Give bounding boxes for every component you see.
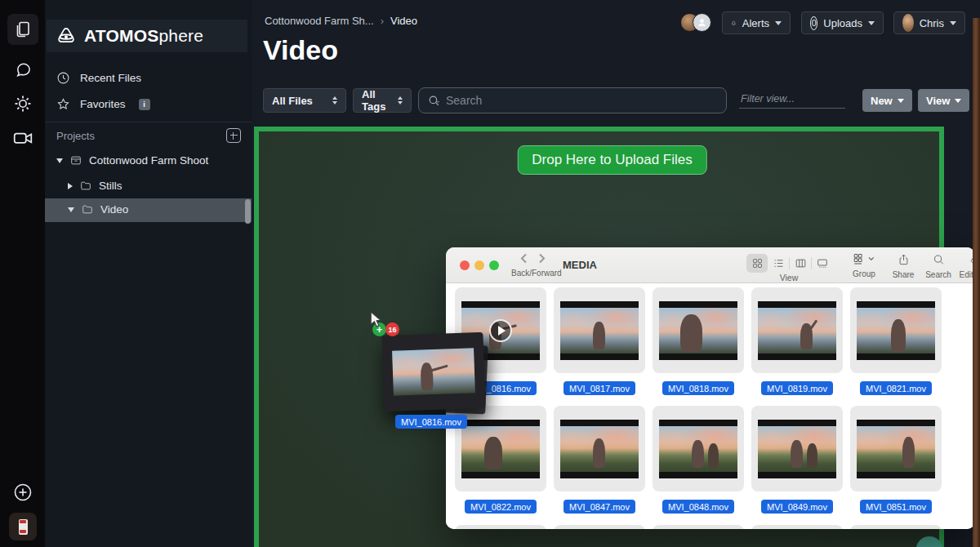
person-icon bbox=[697, 17, 707, 28]
file-name-pill[interactable]: MVI_0851.mov bbox=[860, 500, 932, 514]
file-item[interactable]: MVI_0847.mov bbox=[554, 406, 645, 514]
gallery-view-icon[interactable] bbox=[812, 254, 833, 273]
drag-ghost-front-card bbox=[381, 332, 485, 411]
desktop-background-strip bbox=[973, 18, 980, 547]
breadcrumb-separator: › bbox=[381, 15, 384, 27]
sidebar-item-recent-files[interactable]: Recent Files bbox=[56, 71, 141, 85]
user-name: Chris bbox=[920, 17, 944, 29]
sidebar-item-folder-stills[interactable]: Stills bbox=[68, 180, 122, 192]
group-button[interactable]: Group bbox=[845, 253, 883, 278]
app-logo[interactable]: ATOMOSphere bbox=[47, 20, 247, 52]
file-name-pill[interactable]: MVI_0819.mov bbox=[761, 381, 833, 395]
file-item[interactable]: MVI_0848.mov bbox=[653, 406, 744, 514]
filter-view-field[interactable] bbox=[739, 90, 845, 109]
device-glyph bbox=[19, 519, 28, 535]
capture-device-icon[interactable] bbox=[9, 513, 37, 540]
back-forward-control[interactable]: Back/Forward bbox=[511, 252, 557, 278]
view-mode-segmented-control[interactable] bbox=[746, 254, 833, 273]
finder-titlebar[interactable]: Back/Forward MEDIA View bbox=[446, 247, 975, 283]
file-name-pill[interactable]: MVI_0849.mov bbox=[761, 500, 833, 514]
sort-arrows-icon bbox=[332, 96, 337, 105]
file-name-pill[interactable]: MVI_0821.mov bbox=[860, 381, 932, 395]
columns-view-icon[interactable] bbox=[790, 254, 811, 273]
list-view-icon[interactable] bbox=[768, 254, 789, 273]
sort-arrows-icon bbox=[398, 96, 403, 105]
file-item-partial[interactable] bbox=[751, 525, 843, 529]
folder-icon bbox=[81, 203, 94, 216]
minimize-traffic-light[interactable] bbox=[474, 260, 484, 270]
sidebar-item-favorites[interactable]: Favorites i bbox=[56, 97, 150, 111]
close-traffic-light[interactable] bbox=[460, 260, 470, 270]
comments-icon[interactable] bbox=[7, 54, 38, 85]
breadcrumb-current[interactable]: Video bbox=[390, 15, 417, 27]
thumbnail-figure bbox=[680, 314, 702, 352]
play-icon[interactable] bbox=[489, 319, 512, 342]
chevron-right-icon[interactable] bbox=[68, 183, 73, 189]
uploads-label: Uploads bbox=[823, 17, 862, 29]
new-button[interactable]: New bbox=[862, 89, 912, 112]
file-name-pill[interactable]: MVI_0822.mov bbox=[465, 500, 537, 514]
add-project-button[interactable] bbox=[226, 128, 241, 143]
file-item-partial[interactable] bbox=[554, 525, 645, 529]
chevron-down-icon bbox=[775, 21, 782, 25]
file-item-partial[interactable] bbox=[653, 525, 744, 529]
search-label: Search bbox=[921, 270, 956, 279]
settings-gear-icon[interactable] bbox=[7, 88, 38, 119]
view-button-label: View bbox=[926, 95, 950, 107]
folder-label: Stills bbox=[99, 180, 122, 192]
view-button[interactable]: View bbox=[918, 89, 969, 112]
thumbnail-figure-arm bbox=[429, 365, 448, 372]
file-item-partial[interactable] bbox=[850, 525, 942, 529]
thumbnail-figure bbox=[593, 438, 605, 468]
chevron-down-icon bbox=[950, 21, 956, 25]
finder-search-button[interactable]: Search bbox=[921, 253, 956, 279]
search-input[interactable] bbox=[446, 94, 691, 107]
file-name-pill[interactable]: MVI_0818.mov bbox=[662, 381, 734, 395]
thumbnail-figure bbox=[791, 440, 803, 468]
sidebar-item-project-cottonwood[interactable]: Cottonwood Farm Shoot bbox=[56, 154, 208, 167]
finder-window[interactable]: Back/Forward MEDIA View bbox=[446, 247, 975, 529]
page-title: Video bbox=[263, 34, 338, 66]
chevron-down-icon[interactable] bbox=[68, 207, 74, 212]
sidebar-item-folder-video[interactable]: Video bbox=[68, 203, 128, 216]
search-icon bbox=[427, 94, 441, 108]
camera-icon[interactable] bbox=[7, 122, 38, 153]
recent-files-label: Recent Files bbox=[80, 72, 141, 84]
file-item[interactable]: MVI_0849.mov bbox=[751, 406, 843, 514]
file-name-pill[interactable]: MVI_0817.mov bbox=[564, 381, 635, 395]
breadcrumb-project[interactable]: Cottonwood Farm Sh... bbox=[265, 15, 374, 27]
zoom-traffic-light[interactable] bbox=[489, 260, 499, 270]
thumbnail-figure bbox=[484, 437, 502, 469]
uploads-button[interactable]: 0 Uploads bbox=[801, 11, 884, 34]
file-item[interactable]: MVI_0822.mov bbox=[455, 406, 546, 514]
sidebar-scroll-handle[interactable] bbox=[245, 199, 251, 224]
app-logo-text: ATOMOSphere bbox=[84, 26, 203, 46]
avatar-placeholder[interactable] bbox=[693, 13, 711, 32]
search-box[interactable] bbox=[418, 87, 727, 113]
back-forward-chevrons-icon[interactable] bbox=[518, 253, 550, 264]
share-button[interactable]: Share bbox=[888, 253, 919, 279]
finder-file-grid: MVI_0816.mov MVI_0817.mov MVI_0818.mov M… bbox=[446, 283, 975, 529]
file-item[interactable]: MVI_0821.mov bbox=[850, 287, 942, 395]
file-item-partial[interactable] bbox=[455, 525, 546, 529]
files-icon[interactable] bbox=[7, 14, 38, 45]
filter-view-input[interactable] bbox=[739, 90, 845, 109]
grid-view-icon[interactable] bbox=[746, 254, 768, 273]
chevron-down-icon[interactable] bbox=[56, 158, 63, 163]
file-item[interactable]: MVI_0819.mov bbox=[751, 287, 843, 395]
back-forward-label: Back/Forward bbox=[511, 269, 557, 278]
add-icon[interactable] bbox=[7, 477, 38, 508]
file-item[interactable]: MVI_0817.mov bbox=[554, 287, 645, 395]
alerts-button[interactable]: Alerts bbox=[722, 11, 791, 34]
thumbnail-figure bbox=[593, 322, 605, 349]
tag-filter-select[interactable]: All Tags bbox=[353, 88, 412, 113]
icon-rail bbox=[0, 0, 45, 547]
file-filter-select[interactable]: All Files bbox=[263, 88, 346, 113]
search-icon bbox=[933, 253, 945, 266]
file-item[interactable]: MVI_0851.mov bbox=[850, 406, 942, 514]
file-name-pill[interactable]: MVI_0848.mov bbox=[662, 500, 734, 514]
file-name-pill[interactable]: MVI_0847.mov bbox=[564, 500, 635, 514]
file-item[interactable]: MVI_0818.mov bbox=[653, 287, 744, 395]
finder-window-title: MEDIA bbox=[563, 259, 597, 271]
user-menu-button[interactable]: Chris bbox=[893, 11, 965, 34]
